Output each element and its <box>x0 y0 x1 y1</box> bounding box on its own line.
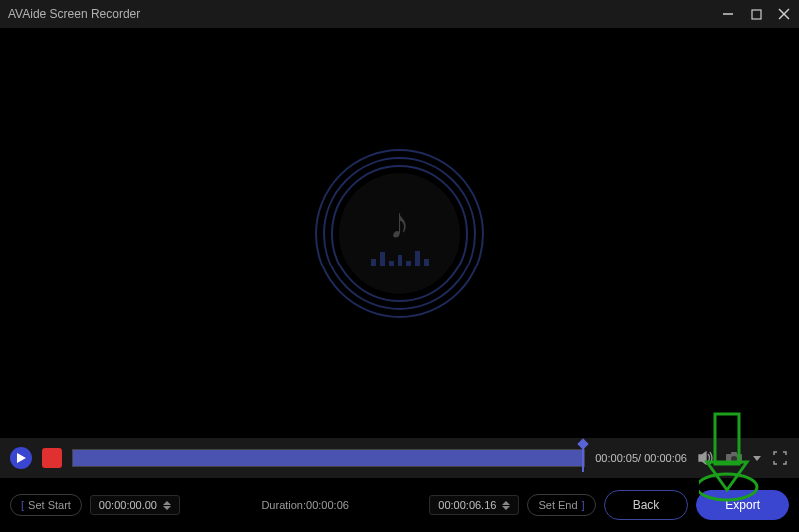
timeline-scrubber[interactable] <box>72 449 585 467</box>
time-display: 00:00:05/ 00:00:06 <box>595 452 687 464</box>
titlebar: AVAide Screen Recorder <box>0 0 799 28</box>
duration-display: Duration:00:00:06 <box>188 499 421 511</box>
playhead[interactable] <box>582 444 584 472</box>
end-time-stepper[interactable] <box>502 501 510 510</box>
minimize-icon[interactable] <box>721 7 735 21</box>
start-time-field[interactable]: 00:00:00.00 <box>90 495 180 515</box>
svg-marker-5 <box>699 452 706 464</box>
close-icon[interactable] <box>777 7 791 21</box>
stop-button[interactable] <box>42 448 62 468</box>
set-start-button[interactable]: [Set Start <box>10 494 82 516</box>
export-button[interactable]: Export <box>696 490 789 520</box>
svg-marker-9 <box>753 456 761 461</box>
playback-controls: 00:00:05/ 00:00:06 <box>0 438 799 478</box>
set-end-button[interactable]: Set End] <box>527 494 595 516</box>
svg-rect-8 <box>731 452 737 455</box>
svg-rect-1 <box>752 10 761 19</box>
fullscreen-icon[interactable] <box>771 449 789 467</box>
preview-area: ♪ <box>0 28 799 438</box>
end-time-field[interactable]: 00:00:06.16 <box>429 495 519 515</box>
svg-marker-4 <box>17 453 26 463</box>
volume-icon[interactable] <box>697 449 715 467</box>
audio-placeholder: ♪ <box>315 149 484 318</box>
start-time-stepper[interactable] <box>163 501 171 510</box>
app-title: AVAide Screen Recorder <box>8 7 140 21</box>
back-button[interactable]: Back <box>604 490 689 520</box>
clip-controls: [Set Start 00:00:00.00 Duration:00:00:06… <box>0 486 799 524</box>
chevron-down-icon[interactable] <box>753 449 761 467</box>
svg-point-7 <box>731 456 737 462</box>
play-button[interactable] <box>10 447 32 469</box>
maximize-icon[interactable] <box>749 7 763 21</box>
snapshot-icon[interactable] <box>725 449 743 467</box>
window-controls <box>721 7 791 21</box>
